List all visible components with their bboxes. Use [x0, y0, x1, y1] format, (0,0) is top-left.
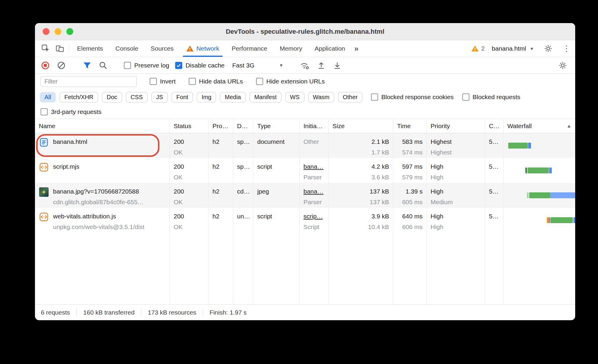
invert-checkbox[interactable]: Invert [150, 78, 176, 85]
initiator-link[interactable]: bana… [303, 161, 324, 172]
status-text: OK [174, 197, 204, 207]
protocol: h2 [212, 136, 229, 147]
preserve-log-checkbox[interactable]: Preserve log [124, 62, 169, 69]
device-toolbar-icon [55, 44, 64, 53]
connection-id: 5… [489, 186, 499, 197]
chip-manifest[interactable]: Manifest [250, 92, 282, 102]
zoom-button[interactable] [66, 28, 73, 35]
chip-js[interactable]: JS [151, 92, 168, 102]
more-tabs-button[interactable]: » [351, 40, 361, 57]
size: 2.1 kB [332, 136, 389, 147]
checkmark-icon [176, 63, 181, 68]
blocked-response-cookies-label: Blocked response cookies [381, 94, 454, 101]
column-header-initiator[interactable]: Initia… [300, 119, 329, 133]
request-subname: unpkg.com/web-vitals@3.5.1/dist [53, 222, 144, 232]
throttling-select[interactable]: Fast 3G ▼ [232, 62, 284, 69]
table-row-script-mjs[interactable]: script.mjs 200OK h2 sp… script bana…Pars… [35, 158, 575, 183]
checkbox-unchecked [371, 94, 378, 101]
inspect-cursor-icon [41, 44, 50, 53]
column-header-protocol[interactable]: Pro… [209, 119, 233, 133]
chip-font[interactable]: Font [172, 92, 193, 102]
close-button[interactable] [43, 28, 49, 35]
chip-css[interactable]: CSS [126, 92, 148, 102]
domain: sp… [237, 161, 249, 172]
chip-wasm[interactable]: Wasm [308, 92, 334, 102]
inspect-element-button[interactable] [39, 40, 53, 57]
table-row-banana-html[interactable]: banana.html 200OK h2 sp… document Other … [35, 133, 575, 158]
script-icon [39, 162, 49, 172]
blocked-response-cookies-checkbox[interactable]: Blocked response cookies [371, 94, 454, 101]
initiator-sub: Parser [303, 172, 324, 182]
third-party-row: 3rd-party requests [35, 105, 575, 119]
column-header-size[interactable]: Size [329, 119, 393, 133]
time-sub: 606 ms [397, 222, 423, 232]
table-row-banana-jpg[interactable]: banana.jpg?v=1705668720588 cdn.glitch.gl… [35, 183, 575, 208]
column-header-status[interactable]: Status [170, 119, 209, 133]
priority-sub: High [431, 172, 481, 182]
checkbox-unchecked [150, 78, 157, 85]
search-button[interactable] [98, 61, 108, 70]
column-header-name[interactable]: Name [35, 119, 170, 133]
minimize-button[interactable] [55, 28, 61, 35]
initiator-link[interactable]: scrip… [303, 211, 324, 222]
tab-elements[interactable]: Elements [71, 40, 109, 57]
funnel-icon [83, 61, 91, 70]
tab-console[interactable]: Console [109, 40, 145, 57]
request-name: web-vitals.attribution.js [53, 211, 144, 222]
network-settings-button[interactable] [556, 61, 570, 70]
overflow-menu-button[interactable]: ⋮ [562, 44, 570, 53]
type: jpeg [257, 186, 295, 197]
hide-data-urls-checkbox[interactable]: Hide data URLs [189, 78, 243, 85]
divider [203, 308, 203, 316]
column-header-time[interactable]: Time [393, 119, 427, 133]
blocked-requests-checkbox[interactable]: Blocked requests [462, 94, 520, 101]
tab-label: Performance [232, 45, 267, 52]
chip-fetch-xhr[interactable]: Fetch/XHR [60, 92, 98, 102]
tab-memory[interactable]: Memory [274, 40, 308, 57]
hide-extension-urls-checkbox[interactable]: Hide extension URLs [256, 78, 325, 85]
tab-application[interactable]: Application [308, 40, 351, 57]
chip-other[interactable]: Other [338, 92, 362, 102]
priority: High [431, 186, 481, 197]
clear-network-log-button[interactable] [56, 61, 66, 70]
chip-img[interactable]: Img [197, 92, 216, 102]
disable-cache-checkbox[interactable]: Disable cache [175, 62, 225, 69]
status-text: OK [174, 147, 204, 157]
chip-media[interactable]: Media [220, 92, 245, 102]
column-header-priority[interactable]: Priority [427, 119, 485, 133]
third-party-requests-checkbox[interactable]: 3rd-party requests [41, 108, 101, 115]
chip-all[interactable]: All [40, 92, 56, 102]
filter-toggle-button[interactable] [82, 61, 92, 70]
export-har-button[interactable] [332, 61, 342, 70]
chip-doc[interactable]: Doc [102, 92, 122, 102]
checkbox-unchecked [124, 62, 131, 69]
issues-counter[interactable]: 2 [471, 45, 485, 52]
settings-button[interactable] [541, 44, 555, 53]
filter-input[interactable] [40, 76, 137, 87]
column-header-domain[interactable]: D… [233, 119, 253, 133]
chevron-down-icon: ▼ [530, 46, 534, 51]
column-header-type[interactable]: Type [253, 119, 300, 133]
chip-ws[interactable]: WS [285, 92, 304, 102]
request-name: banana.html [53, 136, 87, 147]
tab-performance[interactable]: Performance [226, 40, 274, 57]
protocol: h2 [212, 161, 229, 172]
network-conditions-button[interactable] [299, 61, 310, 70]
document-icon [39, 137, 49, 147]
import-har-button[interactable] [316, 61, 326, 70]
initiator-link[interactable]: bana… [303, 186, 324, 197]
page-context-select[interactable]: banana.html ▼ [492, 45, 534, 52]
device-toolbar-button[interactable] [53, 40, 67, 57]
record-network-log-button[interactable] [40, 61, 50, 70]
table-row-web-vitals[interactable]: web-vitals.attribution.js unpkg.com/web-… [35, 208, 575, 233]
tab-sources[interactable]: Sources [145, 40, 180, 57]
tab-label: Elements [77, 45, 103, 52]
time-sub: 605 ms [397, 197, 423, 207]
size: 3.9 kB [332, 211, 389, 222]
table-empty-area [35, 233, 575, 304]
column-header-waterfall[interactable]: Waterfall ▲ [503, 119, 575, 133]
warning-triangle-icon [186, 45, 194, 52]
column-header-connection[interactable]: C… [485, 119, 503, 133]
tab-network[interactable]: Network [180, 40, 226, 57]
requests-count: 6 requests [41, 309, 70, 316]
